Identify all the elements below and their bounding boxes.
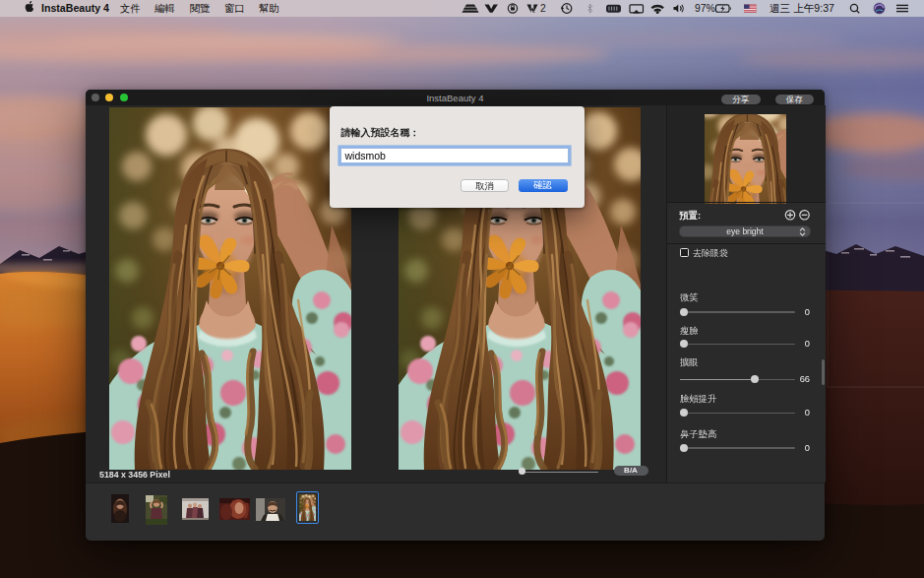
svg-text:文件: 文件 bbox=[120, 3, 141, 14]
svg-text:幫助: 幫助 bbox=[259, 3, 279, 14]
svg-text:2: 2 bbox=[540, 3, 546, 14]
svg-text:InstaBeauty 4: InstaBeauty 4 bbox=[41, 2, 109, 14]
svg-text:97%: 97% bbox=[695, 3, 715, 14]
svg-text:閱覽: 閱覽 bbox=[190, 3, 211, 14]
svg-text:編輯: 編輯 bbox=[154, 3, 175, 14]
svg-text:週三 上午9:37: 週三 上午9:37 bbox=[770, 2, 834, 14]
svg-text:窗口: 窗口 bbox=[224, 3, 245, 14]
